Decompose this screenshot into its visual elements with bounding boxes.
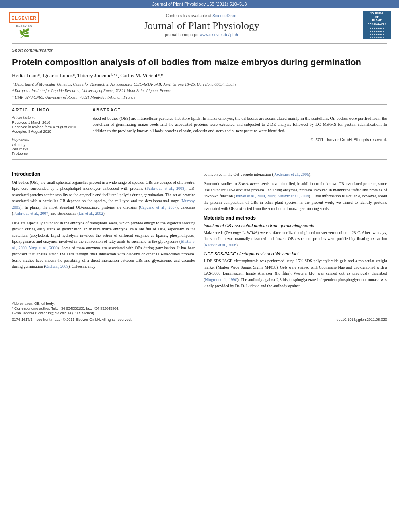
body-right-col: be involved in the OB-vacuole interactio… <box>204 171 387 292</box>
intro-paragraph-1: Oil bodies (OBs) are small spherical org… <box>12 179 195 217</box>
journal-url[interactable]: www.elsevier.de/jplph <box>200 33 238 37</box>
ref-purkrtova2007[interactable]: Purkrtova et al., 2007 <box>13 211 48 216</box>
article-type: Short communication <box>12 43 387 54</box>
history-label: Article history: <box>12 115 84 119</box>
article-info-col: ARTICLE INFO Article history: Received 1… <box>12 108 84 156</box>
journal-header: ELSEVIER ELSEVIER 🌿 Contents lists avail… <box>0 8 399 43</box>
isolation-subheading: Isolation of OB associated proteins from… <box>204 223 387 228</box>
isolation-paragraph: Maize seeds (Zea mays L. W64A) were surf… <box>204 230 387 249</box>
materials-heading: Materials and methods <box>204 215 387 221</box>
keyword-3: Proteome <box>12 152 84 156</box>
corresponding-footnote: * Corresponding author. Tel.: +34 934006… <box>12 306 387 310</box>
ref-lin2002[interactable]: Lin et al., 2002 <box>79 211 103 216</box>
body-section: Introduction Oil bodies (OBs) are small … <box>12 166 387 292</box>
electrophoresis-subheading: 1-DE SDS-PAGE electrophoresis and Wester… <box>204 251 387 256</box>
contents-line: Contents lists available at ScienceDirec… <box>40 14 363 18</box>
article-meta-section: ARTICLE INFO Article history: Received 1… <box>12 108 387 156</box>
ref-katavic2006[interactable]: Katavic et al., 2006 <box>277 194 309 198</box>
copyright: © 2011 Elsevier GmbH. All rights reserve… <box>93 138 387 142</box>
top-bar: Journal of Plant Physiology 168 (2011) 5… <box>0 0 399 8</box>
authors: Hedia Tnaniᵃ, Ignacio Lópezᵃ, Thierry Jo… <box>12 72 387 79</box>
ref-katavic2006-2[interactable]: Katavic et al., 2006 <box>205 243 236 247</box>
email-footnote: E-mail address: cvsgrup@cid.csic.es (C.M… <box>12 311 387 315</box>
electrophoresis-paragraph: 1-DE SDS-PAGE electrophoresis was perfor… <box>204 258 387 289</box>
intro-paragraph-2: OBs are especially abundant in the embry… <box>12 220 195 270</box>
affiliations: ᵃ Department of Molecular Genetics, Cent… <box>12 81 387 100</box>
right-paragraph-1: be involved in the OB-vacuole interactio… <box>204 171 387 178</box>
ref-jolivet2004[interactable]: Jolivet et al., 2004, 2009 <box>235 194 275 198</box>
journal-header-center: Contents lists available at ScienceDirec… <box>40 14 363 37</box>
keyword-1: Oil body <box>12 143 84 147</box>
received-date-1: Received 1 March 2010 <box>12 121 84 125</box>
abbreviation-footnote: Abbreviation: OB, oil body. <box>12 302 387 306</box>
affiliation-c: ᶜ UMR 6270 CNRS, University of Rouen, 76… <box>12 94 387 100</box>
abstract-label: ABSTRACT <box>93 108 387 112</box>
doi-text: doi:10.1016/j.jplph.2011.08.020 <box>336 318 387 322</box>
elsevier-logo-area: ELSEVIER ELSEVIER 🌿 <box>8 12 40 39</box>
article-info-label: ARTICLE INFO <box>12 108 84 112</box>
journal-homepage: journal homepage: www.elsevier.de/jplph <box>40 33 363 37</box>
right-paragraph-2: Proteomic studies in Brassicaceae seeds … <box>204 181 387 212</box>
ref-capuano2007[interactable]: Capuano et al., 2007 <box>140 205 176 210</box>
divider-1 <box>12 104 387 105</box>
keywords-label: Keywords: <box>12 138 84 142</box>
elsevier-tagline: ELSEVIER <box>8 24 40 27</box>
elsevier-logo: ELSEVIER <box>12 16 37 21</box>
ref-yang2009[interactable]: Yang et al., 2009 <box>29 246 58 250</box>
received-date-2: Received in revised form 4 August 2010 <box>12 125 84 129</box>
abstract-col: ABSTRACT Seed oil bodies (OBs) are intra… <box>93 108 387 156</box>
ref-purkrtova2008[interactable]: Purkrtova et al., 2008 <box>146 186 184 191</box>
affiliation-b: ᵇ European Institute for Peptide Researc… <box>12 88 387 94</box>
accepted-date: Accepted 9 August 2010 <box>12 129 84 134</box>
journal-citation: Journal of Plant Physiology 168 (2011) 5… <box>152 2 247 6</box>
tree-icon: 🌿 <box>8 28 40 39</box>
footer-bottom: 0176-1617/$ – see front matter © 2011 El… <box>12 318 387 322</box>
ref-poxleitner2006[interactable]: Poxleitner et al., 2006 <box>274 172 309 177</box>
article-footer: Abbreviation: OB, oil body. * Correspond… <box>12 299 387 322</box>
body-left-col: Introduction Oil bodies (OBs) are small … <box>12 171 195 292</box>
issn-text: 0176-1617/$ – see front matter © 2011 El… <box>12 318 132 322</box>
main-content: Short communication Protein composition … <box>0 43 399 322</box>
ref-niogret1996[interactable]: Niogret et al., 1996 <box>205 277 237 282</box>
introduction-heading: Introduction <box>12 171 195 177</box>
abstract-text: Seed oil bodies (OBs) are intracellular … <box>93 115 387 134</box>
sciencedirect-link[interactable]: ScienceDirect <box>212 14 237 18</box>
article-title: Protein composition analysis of oil bodi… <box>12 57 387 68</box>
journal-thumbnail: JOURNAL OF PLANT PHYSIOLOGY ■ ■ ■ ■ ■ ■ … <box>363 11 391 39</box>
keyword-2: Zea mays <box>12 147 84 151</box>
affiliation-a: ᵃ Department of Molecular Genetics, Cent… <box>12 81 387 87</box>
ref-graham2008[interactable]: Graham, 2008 <box>45 264 68 269</box>
journal-title: Journal of Plant Physiology <box>40 20 363 32</box>
divider-2 <box>12 159 387 160</box>
